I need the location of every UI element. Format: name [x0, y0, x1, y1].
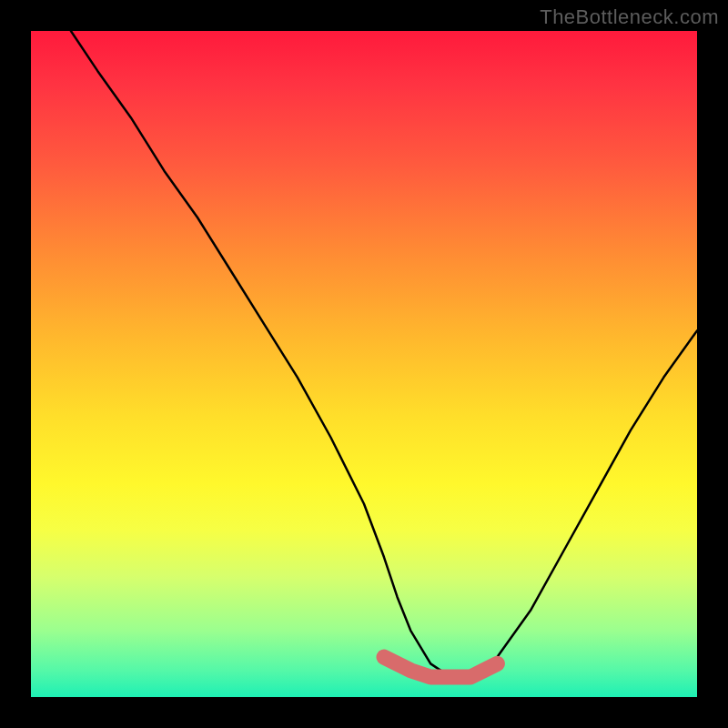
chart-svg: [31, 31, 697, 697]
plot-area: [31, 31, 697, 697]
chart-frame: TheBottleneck.com: [0, 0, 728, 728]
main-curve: [71, 31, 697, 677]
watermark-text: TheBottleneck.com: [540, 5, 719, 29]
highlight-band: [384, 657, 497, 677]
